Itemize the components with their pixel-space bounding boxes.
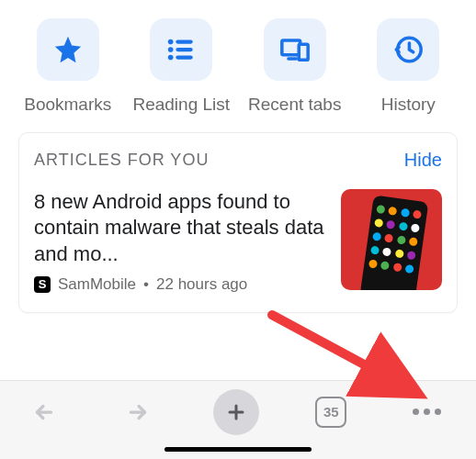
history-icon — [377, 18, 439, 81]
articles-card: ARTICLES FOR YOU Hide 8 new Android apps… — [18, 132, 458, 313]
shortcuts-row: Bookmarks Reading List Recent tabs Histo… — [0, 0, 476, 123]
article-text: 8 new Android apps found to contain malw… — [34, 189, 328, 294]
article-item[interactable]: 8 new Android apps found to contain malw… — [19, 178, 457, 312]
svg-point-0 — [168, 39, 174, 45]
svg-point-2 — [168, 47, 174, 52]
articles-header: ARTICLES FOR YOU Hide — [19, 133, 457, 178]
shortcut-label: Bookmarks — [24, 94, 111, 116]
article-thumbnail — [341, 189, 442, 290]
back-button[interactable] — [26, 394, 62, 431]
hide-button[interactable]: Hide — [404, 150, 442, 171]
article-meta: S SamMobile • 22 hours ago — [34, 275, 328, 294]
dot-icon — [413, 409, 419, 415]
article-headline: 8 new Android apps found to contain malw… — [34, 189, 328, 268]
dot-icon — [424, 409, 430, 415]
new-tab-button[interactable] — [213, 389, 259, 435]
source-icon: S — [34, 276, 51, 293]
star-icon — [37, 18, 99, 81]
shortcut-label: Recent tabs — [248, 94, 341, 116]
svg-rect-1 — [176, 39, 193, 43]
meta-separator: • — [143, 275, 149, 294]
list-icon — [150, 18, 212, 81]
svg-line-9 — [272, 315, 412, 390]
more-menu-button[interactable] — [403, 399, 450, 424]
article-time: 22 hours ago — [156, 275, 247, 294]
svg-rect-5 — [176, 55, 193, 59]
svg-point-4 — [168, 55, 174, 61]
shortcut-label: History — [381, 94, 436, 116]
shortcut-bookmarks[interactable]: Bookmarks — [17, 18, 119, 116]
svg-rect-7 — [299, 44, 308, 60]
article-source: SamMobile — [58, 275, 136, 294]
shortcut-label: Reading List — [132, 94, 230, 116]
tab-count: 35 — [323, 404, 339, 420]
shortcut-reading-list[interactable]: Reading List — [130, 18, 232, 116]
home-indicator[interactable] — [164, 447, 312, 452]
articles-title: ARTICLES FOR YOU — [34, 151, 209, 170]
forward-button[interactable] — [119, 394, 156, 431]
shortcut-history[interactable]: History — [357, 18, 459, 116]
svg-rect-3 — [176, 48, 193, 51]
devices-icon — [264, 18, 326, 81]
shortcut-recent-tabs[interactable]: Recent tabs — [244, 18, 346, 116]
dot-icon — [435, 409, 441, 415]
tabs-button[interactable]: 35 — [315, 397, 346, 428]
